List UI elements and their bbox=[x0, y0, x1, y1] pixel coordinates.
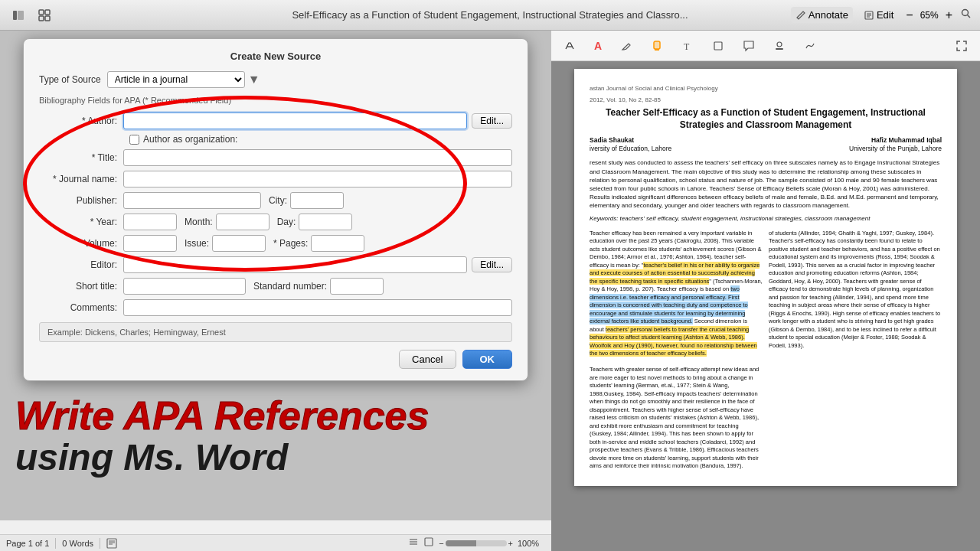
paragraph-view-btn[interactable] bbox=[423, 536, 434, 549]
publisher-input[interactable] bbox=[123, 192, 261, 209]
word-count: 0 Words bbox=[62, 539, 93, 548]
text-color-btn[interactable]: A bbox=[590, 37, 606, 54]
pdf-content-area[interactable]: astan Journal of Social and Clinical Psy… bbox=[551, 61, 980, 551]
comment-btn[interactable] bbox=[738, 37, 760, 54]
text-highlight-btn[interactable] bbox=[559, 37, 580, 54]
journal-label: * Journal name: bbox=[39, 174, 123, 184]
volume-issue-pages-row: Volume: Issue: * Pages: bbox=[39, 235, 512, 252]
comments-input[interactable] bbox=[123, 299, 512, 316]
example-text: Example: Dickens, Charles; Hemingway, Er… bbox=[39, 322, 512, 342]
pdf-author2-block: Hafiz Muhammad Iqbal University of the P… bbox=[773, 136, 942, 155]
zoom-in-btn[interactable]: + bbox=[944, 8, 954, 22]
svg-rect-2 bbox=[39, 10, 44, 15]
grid-view-btn[interactable] bbox=[34, 7, 55, 24]
pdf-author1-block: Sadia Shaukat iversity of Education, Lah… bbox=[590, 136, 759, 155]
city-input[interactable] bbox=[290, 192, 344, 209]
zoom-progress-bar[interactable] bbox=[446, 540, 507, 546]
month-label: Month: bbox=[185, 217, 213, 227]
volume-input[interactable] bbox=[123, 235, 177, 252]
cancel-button[interactable]: Cancel bbox=[399, 350, 456, 369]
day-input[interactable] bbox=[299, 214, 352, 230]
journal-input[interactable] bbox=[123, 171, 512, 187]
shape-btn[interactable] bbox=[707, 37, 729, 54]
pdf-top-toolbar: Self-Efficacy as a Function of Student E… bbox=[0, 0, 980, 31]
source-type-label: Type of Source bbox=[39, 74, 101, 85]
edit-mode-btn[interactable]: Edit bbox=[859, 7, 898, 23]
fullscreen-icon bbox=[956, 40, 968, 52]
stamp-btn[interactable] bbox=[769, 37, 790, 54]
zoom-out-btn[interactable]: − bbox=[904, 8, 914, 22]
page-info: Page 1 of 1 bbox=[6, 539, 49, 548]
search-btn[interactable] bbox=[960, 8, 972, 22]
title-input[interactable] bbox=[123, 149, 512, 166]
city-label: City: bbox=[269, 195, 287, 206]
year-input[interactable] bbox=[123, 214, 177, 230]
pdf-author1-affil: iversity of Education, Lahore bbox=[590, 145, 759, 154]
short-title-input[interactable] bbox=[123, 278, 246, 295]
svg-point-10 bbox=[962, 10, 969, 16]
standard-number-label: Standard number: bbox=[253, 281, 327, 292]
svg-rect-24 bbox=[714, 42, 722, 50]
highlighted-text-blue: two dimensions i.e. teacher efficacy and… bbox=[590, 285, 748, 324]
pdf-abstract: resent study was conducted to assess the… bbox=[590, 158, 942, 210]
pdf-keywords: Keywords: teachers' self efficacy, stude… bbox=[590, 214, 942, 223]
pdf-main-title: Teacher Self-Efficacy as a Function of S… bbox=[590, 107, 942, 131]
pdf-col1-text1: Teacher efficacy has been remained a ver… bbox=[590, 230, 763, 357]
issue-label: Issue: bbox=[185, 238, 209, 249]
pen-btn[interactable] bbox=[616, 37, 637, 54]
day-label: Day: bbox=[277, 217, 296, 227]
zoom-level: 65% bbox=[917, 10, 942, 21]
edit-label: Edit bbox=[877, 9, 893, 21]
annotate-label: Annotate bbox=[808, 9, 848, 21]
publisher-city-row: Publisher: City: bbox=[39, 192, 512, 209]
source-type-select[interactable]: Article in a journal bbox=[107, 71, 245, 88]
title-row: * Title: bbox=[39, 149, 512, 166]
editor-input[interactable] bbox=[123, 256, 467, 273]
title-label: * Title: bbox=[39, 152, 123, 163]
author-as-org-row: Author as organization: bbox=[129, 134, 512, 145]
journal-name-row: * Journal name: bbox=[39, 171, 512, 187]
dialog-overlay: Create New Source Type of Source Article… bbox=[0, 31, 551, 520]
issue-input[interactable] bbox=[212, 235, 266, 252]
month-input[interactable] bbox=[216, 214, 270, 230]
editor-edit-btn[interactable]: Edit... bbox=[472, 257, 512, 272]
marker-icon bbox=[651, 40, 663, 52]
year-label: * Year: bbox=[39, 217, 123, 227]
author-row: * Author: Edit... bbox=[39, 112, 512, 129]
svg-text:T: T bbox=[684, 41, 690, 52]
text-color-icon: A bbox=[594, 40, 602, 52]
zoom-plus[interactable]: + bbox=[508, 539, 513, 548]
author-edit-btn[interactable]: Edit... bbox=[472, 113, 512, 129]
zoom-minus[interactable]: − bbox=[439, 539, 443, 548]
sign-btn[interactable] bbox=[799, 37, 821, 54]
sidebar-toggle-btn[interactable] bbox=[8, 7, 29, 24]
pdf-authors-row: Sadia Shaukat iversity of Education, Lah… bbox=[590, 136, 942, 155]
standard-number-input[interactable] bbox=[330, 278, 384, 295]
annotate-mode-btn[interactable]: Annotate bbox=[791, 7, 853, 23]
pages-input[interactable] bbox=[311, 235, 364, 252]
svg-rect-0 bbox=[13, 11, 17, 20]
dropdown-arrow-icon: ▼ bbox=[248, 73, 260, 86]
marker-btn[interactable] bbox=[646, 37, 668, 54]
author-as-org-checkbox[interactable] bbox=[129, 135, 139, 145]
pdf-document-title: Self-Efficacy as a Function of Student E… bbox=[292, 9, 688, 21]
list-view-btn[interactable] bbox=[408, 536, 419, 549]
svg-rect-26 bbox=[776, 48, 783, 50]
zoom-slider-group: − + bbox=[439, 539, 513, 548]
main-content: Create New Source Type of Source Article… bbox=[0, 31, 980, 551]
text-insert-btn[interactable]: T bbox=[677, 37, 698, 54]
short-title-standard-row: Short title: Standard number: bbox=[39, 278, 512, 295]
author-input[interactable] bbox=[123, 112, 467, 129]
svg-rect-12 bbox=[107, 539, 116, 548]
pdf-journal-name: astan Journal of Social and Clinical Psy… bbox=[590, 84, 942, 93]
dialog-buttons: Cancel OK bbox=[39, 350, 512, 369]
fullscreen-btn[interactable] bbox=[951, 37, 972, 54]
editor-row: Editor: Edit... bbox=[39, 256, 512, 273]
svg-rect-3 bbox=[45, 10, 50, 15]
ok-button[interactable]: OK bbox=[462, 350, 513, 369]
highlighted-text-yellow: teacher's belief in his or her ability t… bbox=[590, 262, 760, 285]
highlight-text-icon bbox=[564, 40, 576, 52]
pdf-author2-affil: University of the Punjab, Lahore bbox=[773, 145, 942, 154]
page-info-group: Page 1 of 1 0 Words bbox=[6, 538, 400, 549]
comments-label: Comments: bbox=[39, 302, 123, 313]
